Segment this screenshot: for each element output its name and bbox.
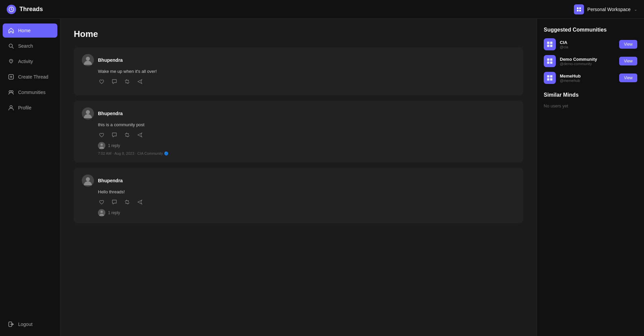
community-handle-cia: @cia: [560, 45, 615, 49]
community-info-memehub: MemeHub @memehub: [560, 74, 615, 83]
search-icon: [8, 43, 14, 49]
reply-count: 1 reply: [108, 143, 120, 148]
community-info-cia: CIA @cia: [560, 40, 615, 49]
post-reply[interactable]: 1 reply: [82, 142, 515, 149]
workspace-selector[interactable]: Personal Workspace ⌄: [574, 4, 637, 14]
svg-rect-28: [547, 45, 549, 47]
community-handle-memehub: @memehub: [560, 79, 615, 83]
community-item-memehub: MemeHub @memehub View: [544, 72, 637, 84]
sidebar-item-profile[interactable]: Profile: [3, 101, 57, 115]
post-actions: [82, 78, 515, 85]
workspace-name: Personal Workspace: [587, 7, 631, 12]
post-actions: [82, 198, 515, 206]
svg-rect-33: [550, 61, 552, 64]
reply-avatar: [98, 209, 105, 217]
post-card: Bhupendra Hello threads!: [74, 168, 523, 223]
app-layout: Home Search Activity: [0, 19, 644, 336]
home-icon: [8, 28, 14, 34]
sidebar-item-communities[interactable]: Communities: [3, 85, 57, 99]
community-name-cia: CIA: [560, 40, 615, 45]
post-card: Bhupendra this is a community post: [74, 101, 523, 162]
post-header: Bhupendra: [82, 175, 515, 187]
like-button[interactable]: [98, 198, 105, 206]
community-handle-demo: @demo-community: [560, 62, 615, 66]
post-content: Hello threads!: [82, 189, 515, 194]
reply-avatar: [98, 142, 105, 149]
sidebar-item-create-thread[interactable]: Create Thread: [3, 70, 57, 84]
create-thread-icon: [8, 74, 14, 80]
post-author: Bhupendra: [98, 178, 123, 183]
sidebar-item-home[interactable]: Home: [3, 23, 57, 38]
svg-point-7: [11, 60, 12, 61]
post-header: Bhupendra: [82, 54, 515, 66]
share-button[interactable]: [136, 78, 144, 85]
svg-line-6: [12, 47, 13, 48]
sidebar-item-search[interactable]: Search: [3, 39, 57, 53]
svg-point-21: [101, 144, 103, 146]
view-button-cia[interactable]: View: [619, 40, 637, 49]
comment-button[interactable]: [111, 78, 118, 85]
avatar: [82, 175, 94, 187]
community-name-memehub: MemeHub: [560, 74, 615, 79]
similar-minds-title: Similar Minds: [544, 92, 637, 98]
suggested-communities-title: Suggested Communities: [544, 27, 637, 33]
view-button-demo[interactable]: View: [619, 57, 637, 65]
post-content: Wake me up when it's all over!: [82, 69, 515, 74]
logout-icon: [8, 321, 14, 327]
right-sidebar: Suggested Communities CIA @cia View: [537, 19, 644, 336]
svg-point-25: [101, 211, 103, 213]
svg-rect-34: [547, 75, 549, 78]
svg-point-13: [10, 106, 12, 108]
repost-button[interactable]: [123, 78, 131, 85]
sidebar-item-logout[interactable]: Logout: [3, 317, 57, 331]
post-author: Bhupendra: [98, 111, 123, 116]
reply-count: 1 reply: [108, 210, 120, 215]
main-content: Home Bhupendra Wake me up when it's all …: [60, 19, 537, 336]
sidebar-label-profile: Profile: [18, 105, 32, 110]
svg-rect-32: [547, 61, 549, 64]
svg-point-19: [86, 110, 90, 114]
comment-button[interactable]: [111, 198, 118, 206]
svg-point-11: [9, 91, 11, 93]
share-button[interactable]: [136, 198, 144, 206]
community-item-cia: CIA @cia View: [544, 38, 637, 50]
workspace-chevron-icon: ⌄: [634, 7, 637, 12]
like-button[interactable]: [98, 78, 105, 85]
activity-icon: [8, 58, 14, 64]
repost-button[interactable]: [123, 198, 131, 206]
community-icon-memehub: [544, 72, 556, 84]
app-logo: Threads: [7, 5, 43, 14]
profile-icon: [8, 105, 14, 111]
svg-rect-26: [547, 42, 549, 44]
svg-rect-1: [577, 7, 579, 9]
post-card: Bhupendra Wake me up when it's all over!: [74, 47, 523, 95]
post-actions: [82, 131, 515, 139]
svg-rect-4: [579, 10, 581, 11]
sidebar: Home Search Activity: [0, 19, 60, 336]
community-info-demo: Demo Community @demo-community: [560, 57, 615, 66]
repost-button[interactable]: [123, 131, 131, 139]
no-users-text: No users yet: [544, 103, 637, 108]
view-button-memehub[interactable]: View: [619, 74, 637, 82]
svg-rect-2: [579, 7, 581, 9]
sidebar-label-search: Search: [18, 43, 33, 49]
topbar: Threads Personal Workspace ⌄: [0, 0, 644, 19]
app-icon: [7, 5, 16, 14]
sidebar-item-activity[interactable]: Activity: [3, 54, 57, 68]
svg-point-12: [11, 91, 13, 93]
post-author: Bhupendra: [98, 57, 123, 63]
svg-rect-30: [547, 58, 549, 61]
sidebar-label-create-thread: Create Thread: [18, 74, 48, 80]
post-reply[interactable]: 1 reply: [82, 209, 515, 217]
post-meta: 7:02 AM · Aug 8, 2023 · CIA Community 🔵: [82, 151, 515, 156]
sidebar-label-communities: Communities: [18, 90, 46, 95]
svg-rect-35: [550, 75, 552, 78]
communities-icon: [8, 89, 14, 95]
sidebar-label-logout: Logout: [18, 322, 33, 327]
community-icon-demo: [544, 55, 556, 67]
share-button[interactable]: [136, 131, 144, 139]
svg-rect-3: [577, 10, 579, 11]
like-button[interactable]: [98, 131, 105, 139]
comment-button[interactable]: [111, 131, 118, 139]
svg-point-23: [86, 177, 90, 181]
